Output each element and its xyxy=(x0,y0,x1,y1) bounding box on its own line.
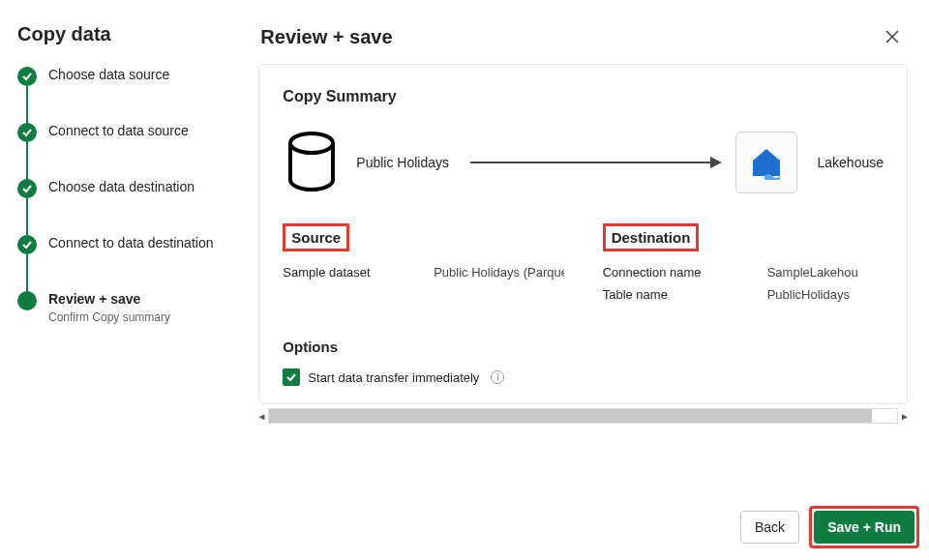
options-heading: Options xyxy=(283,339,884,355)
options-section: Options Start data transfer immediately … xyxy=(283,339,884,386)
svg-point-0 xyxy=(290,133,333,153)
step-label: Choose data destination xyxy=(48,179,195,194)
source-name: Public Holidays xyxy=(356,155,449,170)
start-transfer-checkbox[interactable] xyxy=(283,368,300,386)
step-review-save[interactable]: Review + save Confirm Copy summary xyxy=(17,291,220,324)
kv-table-name: Table name PublicHolidays xyxy=(603,287,884,302)
wizard-steps: Choose data source Connect to data sourc… xyxy=(17,67,220,324)
source-column: Source Sample dataset Public Holidays (P… xyxy=(283,223,563,309)
step-label: Review + save xyxy=(48,291,170,307)
check-icon xyxy=(17,179,37,198)
footer-actions: Back Save + Run xyxy=(740,506,919,548)
arrow-icon xyxy=(470,162,720,163)
kv-sample-dataset: Sample dataset Public Holidays (Parquet) xyxy=(283,265,563,280)
start-transfer-label: Start data transfer immediately xyxy=(308,370,479,385)
scroll-right-icon[interactable]: ► xyxy=(898,409,912,423)
source-heading: Source xyxy=(283,223,349,251)
current-step-icon xyxy=(17,291,37,310)
destination-column: Destination Connection name SampleLakeho… xyxy=(603,223,884,309)
main-panel: Review + save Copy Summary Public Holida… xyxy=(237,0,929,560)
summary-flow: Public Holidays Lakehouse xyxy=(283,129,884,196)
check-icon xyxy=(17,67,37,86)
step-label: Choose data source xyxy=(48,67,169,82)
scroll-left-icon[interactable]: ◄ xyxy=(255,409,268,423)
info-icon[interactable]: i xyxy=(491,370,504,384)
step-label: Connect to data destination xyxy=(48,235,213,251)
step-choose-data-source[interactable]: Choose data source xyxy=(17,67,220,123)
page-title: Review + save xyxy=(260,26,392,48)
close-button[interactable] xyxy=(879,23,906,50)
step-connect-to-data-source[interactable]: Connect to data source xyxy=(17,123,220,179)
check-icon xyxy=(17,123,37,142)
checkmark-icon xyxy=(285,371,297,383)
lakehouse-icon xyxy=(735,132,797,193)
destination-heading: Destination xyxy=(603,223,700,251)
step-choose-data-destination[interactable]: Choose data destination xyxy=(17,179,220,235)
check-icon xyxy=(17,235,37,254)
step-connect-to-data-destination[interactable]: Connect to data destination xyxy=(17,235,220,291)
kv-connection-name: Connection name SampleLakehou xyxy=(603,265,884,280)
step-sublabel: Confirm Copy summary xyxy=(48,310,170,324)
horizontal-scrollbar[interactable]: ◄ ► xyxy=(255,408,912,424)
step-label: Connect to data source xyxy=(48,123,189,138)
sidebar-title: Copy data xyxy=(17,23,220,45)
back-button[interactable]: Back xyxy=(740,511,799,544)
close-icon xyxy=(884,29,900,44)
save-run-highlight: Save + Run xyxy=(809,506,919,548)
wizard-sidebar: Copy data Choose data source Connect to … xyxy=(0,0,237,560)
save-run-button[interactable]: Save + Run xyxy=(814,511,914,544)
summary-columns: Source Sample dataset Public Holidays (P… xyxy=(283,223,884,309)
copy-summary-heading: Copy Summary xyxy=(283,88,884,105)
database-icon xyxy=(283,129,341,196)
summary-panel: Copy Summary Public Holidays Lakeho xyxy=(258,64,908,404)
option-start-transfer: Start data transfer immediately i xyxy=(283,368,884,386)
destination-name: Lakehouse xyxy=(817,155,884,170)
